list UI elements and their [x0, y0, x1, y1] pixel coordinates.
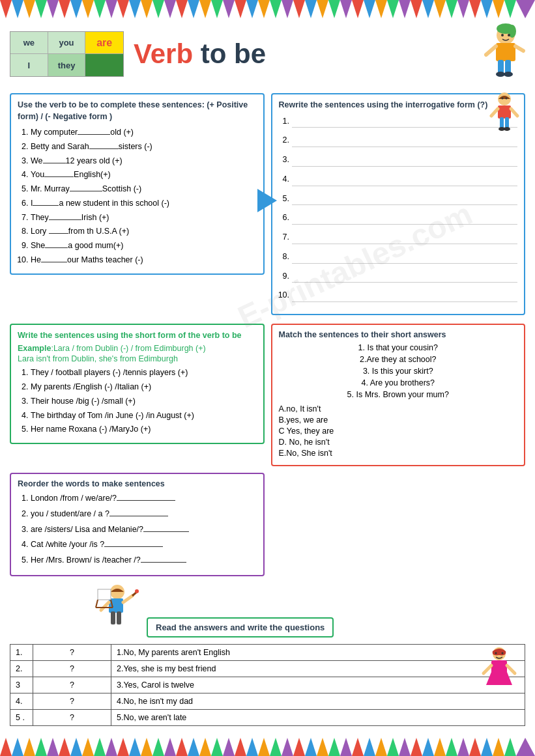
- boy-character: [476, 23, 525, 85]
- girl-character: [480, 646, 519, 694]
- match-answer: D. No, he isn't: [279, 438, 518, 447]
- exercise6-table: 1. ? 1.No, My parents aren't English 2. …: [10, 644, 525, 726]
- svg-marker-116: [364, 738, 375, 756]
- match-answer: B.yes, we are: [279, 415, 518, 425]
- svg-marker-2: [23, 0, 35, 18]
- exercise2-box: Rewrite the sentences using the interrog…: [271, 93, 526, 315]
- svg-marker-101: [188, 738, 199, 756]
- exercise3-example: Example:Lara / from Dublin (-) / from Ed…: [18, 344, 257, 353]
- list-item: Lory from th U.S.A (+): [31, 225, 257, 238]
- svg-marker-28: [328, 0, 340, 18]
- exercise1-box: Use the verb to be to complete these sen…: [10, 93, 265, 275]
- svg-marker-95: [117, 738, 129, 756]
- svg-marker-96: [129, 738, 141, 756]
- svg-marker-40: [469, 0, 481, 18]
- match-question: 3. Is this your skirt?: [279, 367, 518, 376]
- svg-marker-93: [94, 738, 106, 756]
- list-item: TheyIrish (+): [31, 212, 257, 224]
- svg-marker-22: [258, 0, 270, 18]
- second-row: Write the sentences using the short form…: [0, 320, 535, 469]
- svg-line-63: [491, 109, 498, 116]
- list-item: The birthday of Tom /in June (-) /in Aug…: [31, 410, 257, 422]
- svg-marker-35: [411, 0, 422, 18]
- svg-marker-121: [422, 738, 434, 756]
- svg-marker-106: [246, 738, 258, 756]
- row-answer: 5.No, we aren't late: [111, 709, 525, 725]
- svg-rect-58: [498, 105, 511, 119]
- svg-marker-27: [317, 0, 328, 18]
- svg-marker-24: [282, 0, 293, 18]
- svg-marker-127: [493, 738, 504, 756]
- svg-marker-15: [176, 0, 188, 18]
- row-num: 3: [10, 677, 33, 693]
- exercise3-title: Write the sentences using the short form…: [18, 330, 257, 341]
- svg-line-54: [515, 46, 523, 51]
- svg-marker-98: [152, 738, 164, 756]
- svg-point-52: [504, 72, 513, 77]
- svg-marker-94: [106, 738, 117, 756]
- svg-marker-1: [12, 0, 23, 18]
- svg-marker-105: [235, 738, 246, 756]
- svg-marker-111: [305, 738, 317, 756]
- exercise6-title-box: Read the answers and write the questions: [147, 617, 334, 637]
- list-item: They / football players (-) /tennis play…: [31, 367, 257, 379]
- svg-marker-124: [457, 738, 469, 756]
- svg-marker-10: [117, 0, 129, 18]
- exercise3-box: Write the sentences using the short form…: [10, 324, 265, 444]
- svg-marker-117: [375, 738, 387, 756]
- verb-word: Verb: [134, 38, 193, 69]
- row-question: ?: [33, 693, 111, 709]
- svg-marker-118: [387, 738, 399, 756]
- list-item: [292, 289, 518, 302]
- svg-marker-86: [12, 738, 23, 756]
- table-row: 4. ? 4.No, he isn't my dad: [10, 693, 525, 709]
- exercise5-answers: A.no, It isn't B.yes, we are C Yes, they…: [279, 404, 518, 458]
- svg-marker-87: [23, 738, 35, 756]
- table-row: 1. ? 1.No, My parents aren't English: [10, 644, 525, 660]
- svg-marker-41: [481, 0, 493, 18]
- svg-marker-31: [364, 0, 375, 18]
- svg-marker-19: [223, 0, 235, 18]
- verb-conjugation-box: we you are I they: [10, 31, 124, 77]
- exercise2-title: Rewrite the sentences using the interrog…: [279, 100, 518, 111]
- row-answer: 1.No, My parents aren't English: [111, 644, 525, 660]
- table-row: 2. ? 2.Yes, she is my best friend: [10, 660, 525, 677]
- svg-marker-32: [375, 0, 387, 18]
- row-answer: 4.No, he isn't my dad: [111, 693, 525, 709]
- exercise3-example-answer: Lara isn't from Dublin, she's from Edimb…: [18, 354, 257, 363]
- svg-marker-38: [446, 0, 457, 18]
- svg-marker-115: [352, 738, 364, 756]
- svg-marker-23: [270, 0, 282, 18]
- list-item: YouEnglish(+): [31, 169, 257, 181]
- svg-marker-123: [446, 738, 457, 756]
- svg-marker-104: [223, 738, 235, 756]
- svg-marker-39: [457, 0, 469, 18]
- svg-rect-70: [117, 611, 121, 624]
- exercise3-list: They / football players (-) /tennis play…: [18, 367, 257, 436]
- exercise4-title: Reorder the words to make sentences: [18, 479, 257, 488]
- list-item: My parents /English (-) /Italian (+): [31, 381, 257, 393]
- row-num: 5 .: [10, 709, 33, 725]
- svg-marker-42: [493, 0, 504, 18]
- svg-marker-36: [422, 0, 434, 18]
- exercise5-title: Match the sentences to their short answe…: [279, 330, 518, 339]
- svg-line-53: [486, 46, 496, 55]
- list-item: Betty and Sarahsisters (-): [31, 141, 257, 153]
- match-question: 2.Are they at school?: [279, 355, 518, 364]
- svg-marker-13: [152, 0, 164, 18]
- row-question: ?: [33, 709, 111, 725]
- svg-line-82: [507, 665, 515, 673]
- svg-marker-120: [411, 738, 422, 756]
- exercise6-table-container: 1. ? 1.No, My parents aren't English 2. …: [0, 641, 535, 733]
- svg-marker-21: [246, 0, 258, 18]
- svg-point-83: [495, 652, 497, 654]
- we-cell: we: [10, 32, 48, 54]
- svg-marker-5: [59, 0, 70, 18]
- svg-marker-18: [211, 0, 223, 18]
- svg-marker-20: [235, 0, 246, 18]
- page-title: Verb to be: [134, 38, 467, 70]
- svg-marker-25: [293, 0, 305, 18]
- svg-marker-125: [469, 738, 481, 756]
- list-item: [292, 134, 518, 147]
- svg-marker-30: [352, 0, 364, 18]
